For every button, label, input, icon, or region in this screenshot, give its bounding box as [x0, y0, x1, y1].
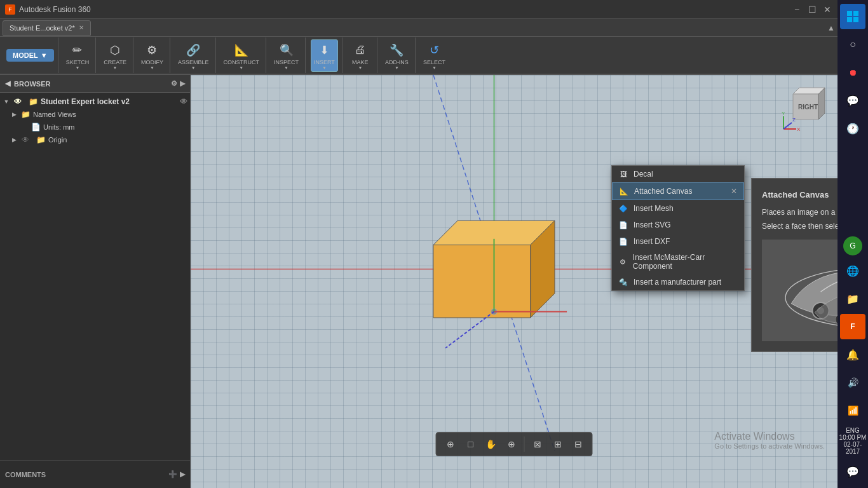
sketch-button[interactable]: ✏ SKETCH ▼ — [64, 40, 92, 71]
make-button[interactable]: 🖨 MAKE ▼ — [348, 40, 373, 71]
volume-button[interactable]: 🔊 — [840, 370, 865, 395]
model-section: MODEL ▼ — [3, 37, 58, 73]
svg-text:RIGHT: RIGHT — [798, 104, 818, 111]
menu-item-insert-mcmaster[interactable]: ⚙ Insert McMaster-Carr Component — [612, 250, 744, 274]
origin-expand-icon[interactable]: ▶ — [10, 137, 18, 143]
browser-expand-icon[interactable]: ▶ — [180, 79, 185, 88]
bt-display-button[interactable]: ⊠ — [529, 435, 546, 453]
history-button[interactable]: 🕐 — [840, 116, 865, 141]
modify-button[interactable]: ⚙ MODIFY ▼ — [139, 40, 166, 71]
browser-collapse-icon[interactable]: ◀ — [5, 79, 10, 88]
svg-text:Z: Z — [792, 117, 796, 123]
addins-section: 🔧 ADD-INS ▼ — [379, 37, 416, 73]
comments-add-icon[interactable]: ➕ — [168, 470, 177, 478]
clock-lang: ENG — [839, 427, 867, 434]
insert-button[interactable]: ⬇ INSERT ▼ — [311, 39, 338, 72]
browser-settings-icon[interactable]: ⚙ — [171, 79, 177, 88]
root-visibility-icon[interactable]: 👁 — [180, 97, 187, 106]
addins-arrow: ▼ — [395, 65, 399, 70]
bt-fit-button[interactable]: □ — [462, 435, 480, 453]
wifi-button[interactable]: 📶 — [840, 398, 865, 423]
menu-item-attached-canvas[interactable]: 📐 Attached Canvas ✕ — [612, 182, 744, 200]
app-icon: F — [5, 4, 15, 15]
assemble-section: 🔗 ASSEMBLE ▼ — [172, 37, 216, 73]
create-button[interactable]: ⬡ CREATE ▼ — [101, 40, 129, 71]
document-tab[interactable]: Student E...ocket v2* ✕ — [3, 20, 91, 36]
tree-origin[interactable]: ▶ 👁 📁 Origin — [0, 133, 190, 146]
select-arrow: ▼ — [432, 65, 437, 70]
decal-label: Decal — [634, 170, 653, 179]
make-icon: 🖨 — [351, 41, 369, 59]
chat-button[interactable]: 💬 — [840, 88, 865, 113]
orange-icon[interactable]: F — [840, 314, 865, 339]
bt-zoom-button[interactable]: ⊕ — [503, 435, 520, 453]
make-section: 🖨 MAKE ▼ — [344, 37, 377, 73]
addins-label: ADD-INS — [385, 59, 409, 65]
bt-separator-1 — [524, 437, 525, 452]
model-mode-button[interactable]: MODEL ▼ — [6, 49, 54, 62]
inspect-section: 🔍 INSPECT ▼ — [268, 37, 306, 73]
addins-icon: 🔧 — [388, 41, 405, 59]
units-label: Units: mm — [43, 123, 187, 131]
manufacturer-label: Insert a manufacturer part — [634, 278, 721, 287]
start-button[interactable] — [840, 4, 865, 29]
tooltip-title: Attached Canvas — [762, 189, 837, 201]
tooltip-line2: Select a face then select an image to im… — [762, 220, 837, 232]
menu-item-insert-mesh[interactable]: 🔷 Insert Mesh — [612, 200, 744, 217]
inspect-arrow: ▼ — [284, 65, 288, 70]
watermark-title: Activate Windows — [714, 431, 825, 442]
menu-item-insert-dxf[interactable]: 📄 Insert DXF — [612, 233, 744, 250]
construct-button[interactable]: 📐 CONSTRUCT ▼ — [221, 40, 262, 71]
nav-cube[interactable]: RIGHT X Y Z — [780, 81, 831, 132]
make-arrow: ▼ — [358, 65, 362, 70]
units-icon: 📄 — [31, 122, 41, 132]
bt-pan-button[interactable]: ✋ — [482, 435, 500, 453]
notifications-button[interactable]: 🔔 — [840, 342, 865, 367]
record-button[interactable]: ⏺ — [840, 60, 865, 85]
minimize-button[interactable]: − — [792, 4, 802, 15]
decal-icon: 🖼 — [618, 169, 628, 179]
select-button[interactable]: ↺ SELECT ▼ — [421, 40, 448, 71]
model-label: MODEL — [13, 51, 38, 59]
root-expand-icon[interactable]: ▼ — [3, 98, 10, 105]
sketch-arrow: ▼ — [75, 65, 79, 70]
folder-button[interactable]: 📁 — [840, 286, 865, 311]
inspect-button[interactable]: 🔍 INSPECT ▼ — [271, 40, 301, 71]
action-center-button[interactable]: 💬 — [840, 459, 865, 484]
bt-move-button[interactable]: ⊕ — [442, 435, 459, 453]
maximize-button[interactable]: ☐ — [807, 4, 817, 15]
menu-item-decal[interactable]: 🖼 Decal — [612, 166, 744, 182]
select-section: ↺ SELECT ▼ — [417, 37, 452, 73]
attached-canvas-close-icon[interactable]: ✕ — [731, 187, 737, 196]
bt-view-button[interactable]: ⊟ — [569, 435, 587, 453]
tooltip-image — [762, 240, 837, 341]
tab-label: Student E...ocket v2* — [10, 24, 75, 32]
cortana-button[interactable]: ○ — [840, 32, 865, 57]
addins-button[interactable]: 🔧 ADD-INS ▼ — [383, 40, 411, 71]
attached-canvas-label: Attached Canvas — [634, 187, 692, 196]
window-close-button[interactable]: ✕ — [822, 4, 832, 15]
tab-close-button[interactable]: ✕ — [79, 24, 84, 31]
insert-mesh-icon: 🔷 — [618, 203, 628, 214]
insert-mesh-label: Insert Mesh — [634, 204, 674, 213]
tree-root-item[interactable]: ▼ 👁 📁 Student Expert locket v2 👁 — [0, 95, 190, 108]
modify-label: MODIFY — [141, 59, 163, 65]
tree-named-views[interactable]: ▶ 📁 Named Views — [0, 108, 190, 121]
assemble-label: ASSEMBLE — [178, 59, 209, 65]
assemble-button[interactable]: 🔗 ASSEMBLE ▼ — [175, 40, 212, 71]
comments-expand-icon[interactable]: ▶ — [180, 470, 185, 478]
origin-label: Origin — [48, 136, 187, 144]
chrome-button[interactable]: 🌐 — [840, 258, 865, 283]
menu-item-insert-manufacturer[interactable]: 🔩 Insert a manufacturer part — [612, 274, 744, 290]
namedviews-expand-icon[interactable]: ▶ — [10, 111, 18, 118]
modify-icon: ⚙ — [143, 41, 161, 59]
construct-section: 📐 CONSTRUCT ▼ — [217, 37, 267, 73]
viewport[interactable]: RIGHT X Y Z 🖼 Decal — [191, 75, 837, 488]
bt-grid-button[interactable]: ⊞ — [549, 435, 567, 453]
tab-collapse-button[interactable]: ▲ — [827, 24, 835, 32]
green-circle[interactable]: G — [843, 236, 862, 255]
tree-units[interactable]: 📄 Units: mm — [0, 121, 190, 133]
mcmaster-label: Insert McMaster-Carr Component — [633, 253, 738, 271]
menu-item-insert-svg[interactable]: 📄 Insert SVG — [612, 217, 744, 233]
root-folder-icon: 📁 — [28, 97, 38, 107]
